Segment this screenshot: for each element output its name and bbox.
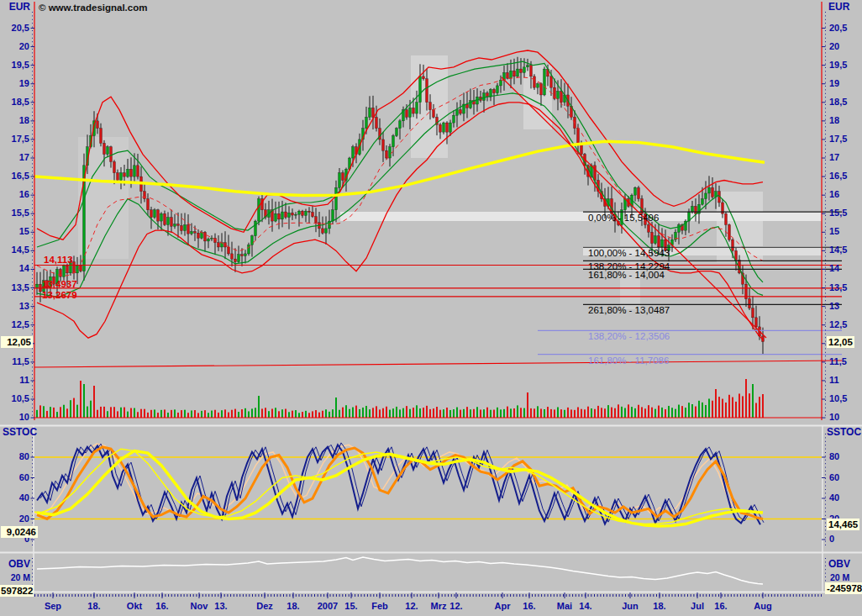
- copyright-text: © www.tradesignal.com: [39, 3, 147, 13]
- chart-canvas[interactable]: [0, 0, 862, 616]
- obv-tick-label-right: 20 M: [830, 573, 849, 583]
- last-price-label-left: 12,05: [1, 336, 33, 348]
- obv-value-label-right: -245978: [825, 582, 862, 594]
- sstoc-panel-title-left: SSTOC: [3, 427, 37, 438]
- tradesignal-chart-window: 20,520,5202019,519,5191918,518,5181817,5…: [0, 0, 862, 616]
- last-price-label-right: 12,05: [827, 336, 854, 348]
- right-axis-currency-label: EUR: [828, 2, 849, 13]
- obv-tick-label-left: 20 M: [0, 573, 30, 583]
- sstoc-value-label-right: 14,465: [827, 519, 859, 530]
- obv-panel-title-right: OBV: [828, 559, 850, 570]
- obv-panel-title-left: OBV: [0, 559, 30, 570]
- obv-value-label-left: 597822: [0, 585, 34, 597]
- left-axis-currency-label: EUR: [0, 2, 30, 13]
- sstoc-value-label-left: 9,0246: [1, 526, 38, 538]
- sstoc-panel-title-right: SSTOC: [827, 427, 861, 438]
